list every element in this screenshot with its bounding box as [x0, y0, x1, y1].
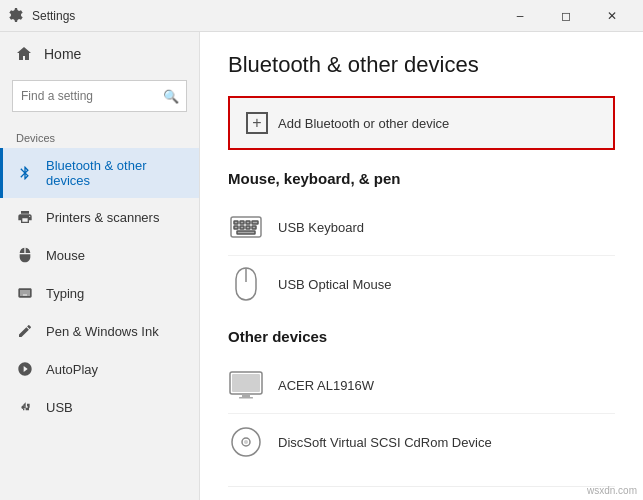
svg-rect-4: [252, 221, 258, 224]
sidebar-item-mouse-label: Mouse: [46, 248, 85, 263]
sidebar-home[interactable]: Home: [0, 32, 199, 76]
svg-rect-9: [237, 231, 255, 234]
autoplay-icon: [16, 360, 34, 378]
other-devices-section: Other devices ACER AL1916W: [228, 328, 615, 470]
sidebar-item-bluetooth[interactable]: Bluetooth & other devices: [0, 148, 199, 198]
plus-icon: +: [246, 112, 268, 134]
sidebar-item-printers[interactable]: Printers & scanners: [0, 198, 199, 236]
metered-connection-section: Download over metered connections To hel…: [228, 486, 615, 500]
search-icon: 🔍: [163, 89, 179, 104]
sidebar-item-autoplay[interactable]: AutoPlay: [0, 350, 199, 388]
home-icon: [16, 46, 32, 62]
device-usb-mouse: USB Optical Mouse: [228, 256, 615, 312]
cdrom-name: DiscSoft Virtual SCSI CdRom Device: [278, 435, 492, 450]
app-container: Home 🔍 Devices Bluetooth & other devices: [0, 32, 643, 500]
sidebar-item-typing-label: Typing: [46, 286, 84, 301]
device-monitor: ACER AL1916W: [228, 357, 615, 414]
monitor-name: ACER AL1916W: [278, 378, 374, 393]
mouse-device-icon: [228, 266, 264, 302]
svg-rect-5: [234, 226, 238, 229]
title-bar-title: Settings: [32, 9, 75, 23]
sidebar-item-bluetooth-label: Bluetooth & other devices: [46, 158, 183, 188]
settings-app-icon: [8, 8, 24, 24]
svg-rect-3: [246, 221, 250, 224]
sidebar-item-autoplay-label: AutoPlay: [46, 362, 98, 377]
page-title: Bluetooth & other devices: [228, 52, 615, 78]
bluetooth-icon: [16, 164, 34, 182]
usb-optical-mouse-name: USB Optical Mouse: [278, 277, 391, 292]
pen-icon: [16, 322, 34, 340]
svg-rect-8: [252, 226, 256, 229]
device-cdrom: DiscSoft Virtual SCSI CdRom Device: [228, 414, 615, 470]
svg-point-17: [244, 440, 248, 444]
svg-rect-6: [240, 226, 244, 229]
sidebar-item-usb-label: USB: [46, 400, 73, 415]
sidebar-home-label: Home: [44, 46, 81, 62]
keyboard-device-icon: [228, 209, 264, 245]
search-input[interactable]: [12, 80, 187, 112]
sidebar: Home 🔍 Devices Bluetooth & other devices: [0, 32, 200, 500]
svg-rect-13: [242, 394, 250, 397]
sidebar-item-pen-label: Pen & Windows Ink: [46, 324, 159, 339]
svg-rect-12: [232, 374, 260, 392]
sidebar-item-usb[interactable]: USB: [0, 388, 199, 426]
title-bar-left: Settings: [8, 8, 75, 24]
sidebar-item-mouse[interactable]: Mouse: [0, 236, 199, 274]
svg-rect-7: [246, 226, 250, 229]
usb-icon: [16, 398, 34, 416]
add-device-label: Add Bluetooth or other device: [278, 116, 449, 131]
close-button[interactable]: ✕: [589, 0, 635, 32]
svg-rect-2: [240, 221, 244, 224]
mouse-icon: [16, 246, 34, 264]
add-device-button[interactable]: + Add Bluetooth or other device: [228, 96, 615, 150]
mouse-keyboard-heading: Mouse, keyboard, & pen: [228, 170, 615, 187]
other-devices-heading: Other devices: [228, 328, 615, 345]
title-bar-controls: – ◻ ✕: [497, 0, 635, 32]
svg-rect-14: [239, 397, 253, 399]
cdrom-device-icon: [228, 424, 264, 460]
sidebar-section-label: Devices: [0, 124, 199, 148]
sidebar-item-pen[interactable]: Pen & Windows Ink: [0, 312, 199, 350]
monitor-device-icon: [228, 367, 264, 403]
printer-icon: [16, 208, 34, 226]
sidebar-item-typing[interactable]: Typing: [0, 274, 199, 312]
minimize-button[interactable]: –: [497, 0, 543, 32]
title-bar: Settings – ◻ ✕: [0, 0, 643, 32]
mouse-keyboard-section: Mouse, keyboard, & pen: [228, 170, 615, 312]
main-content: Bluetooth & other devices + Add Bluetoot…: [200, 32, 643, 500]
maximize-button[interactable]: ◻: [543, 0, 589, 32]
usb-keyboard-name: USB Keyboard: [278, 220, 364, 235]
typing-icon: [16, 284, 34, 302]
svg-rect-1: [234, 221, 238, 224]
search-box: 🔍: [12, 80, 187, 112]
sidebar-item-printers-label: Printers & scanners: [46, 210, 159, 225]
device-usb-keyboard: USB Keyboard: [228, 199, 615, 256]
